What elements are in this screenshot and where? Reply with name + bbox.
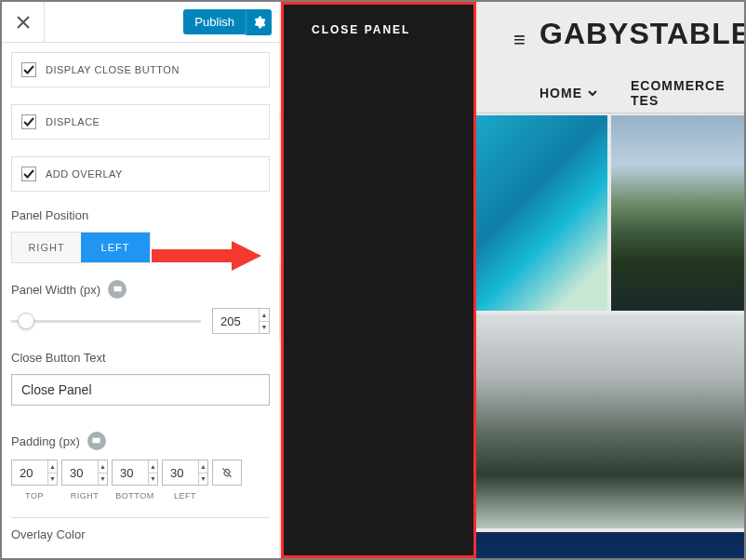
site-title: GABYSTABLE [540, 17, 744, 51]
panel-width-input-wrap: ▲▼ [212, 308, 270, 334]
padding-controls: ▲▼ TOP ▲▼ RIGHT ▲▼ BOTTOM ▲▼ LEFT [11, 460, 270, 500]
chevron-down-icon [588, 88, 597, 98]
padding-left-label: LEFT [174, 491, 196, 500]
padding-label-text: Padding (px) [11, 434, 80, 448]
padding-top-col: ▲▼ TOP [11, 460, 58, 500]
option-add-overlay[interactable]: ADD OVERLAY [11, 156, 270, 192]
desktop-icon [91, 436, 101, 447]
panel-width-label: Panel Width (px) [11, 280, 270, 299]
panel-width-stepper: ▲▼ [259, 309, 269, 333]
checkbox-displace[interactable] [21, 114, 36, 129]
checkbox-add-overlay[interactable] [21, 167, 36, 181]
checkbox-display-close-button[interactable] [21, 62, 36, 77]
padding-left-col: ▲▼ LEFT [162, 460, 208, 500]
padding-right-label: RIGHT [71, 491, 100, 500]
panel-width-control: ▲▼ [11, 308, 270, 334]
gallery-tile [474, 314, 744, 528]
publish-settings-button[interactable] [246, 9, 272, 35]
gallery-tile [474, 115, 607, 311]
nav-ecommerce[interactable]: ECOMMERCE TES [631, 78, 744, 108]
option-label: ADD OVERLAY [46, 168, 123, 180]
padding-left-input[interactable] [163, 460, 198, 485]
step-up[interactable]: ▲ [260, 309, 269, 322]
padding-link-toggle[interactable] [212, 460, 242, 486]
checkmark-icon [23, 116, 34, 127]
nav-home[interactable]: HOME [540, 86, 597, 100]
gallery-tile [474, 532, 744, 558]
overlay-color-label: Overlay Color [11, 527, 270, 541]
option-displace[interactable]: DISPLACE [11, 104, 270, 140]
panel-width-input[interactable] [213, 309, 259, 333]
responsive-icon[interactable] [87, 432, 106, 450]
step-up[interactable]: ▲ [199, 460, 207, 473]
divider [11, 517, 270, 518]
padding-bottom-label: BOTTOM [115, 491, 153, 500]
hamburger-icon[interactable]: ≡ [513, 28, 526, 52]
step-up[interactable]: ▲ [48, 460, 57, 473]
desktop-icon [113, 285, 123, 295]
close-customizer-button[interactable] [2, 2, 45, 42]
step-down[interactable]: ▼ [48, 473, 57, 486]
padding-label: Padding (px) [11, 432, 270, 450]
gear-icon [253, 16, 266, 29]
panel-position-label: Panel Position [11, 208, 270, 222]
close-button-text-input[interactable] [11, 374, 270, 406]
nav-home-label: HOME [540, 86, 582, 100]
panel-position-right[interactable]: RIGHT [12, 233, 81, 262]
panel-position-toggle: RIGHT LEFT [11, 232, 151, 263]
padding-top-label: TOP [25, 491, 44, 500]
publish-group: Publish [183, 2, 279, 42]
unlink-icon [220, 466, 233, 479]
option-display-close-button[interactable]: DISPLAY CLOSE BUTTON [11, 52, 270, 87]
checkmark-icon [23, 168, 34, 180]
padding-right-col: ▲▼ RIGHT [61, 460, 108, 500]
panel-close-button[interactable]: CLOSE PANEL [284, 5, 473, 36]
customizer-body: DISPLAY CLOSE BUTTON DISPLACE ADD OVERLA… [2, 43, 279, 558]
padding-bottom-input[interactable] [113, 460, 148, 485]
customizer-sidebar: Publish DISPLAY CLOSE BUTTON DISPLACE AD… [2, 2, 279, 558]
padding-top-input[interactable] [12, 460, 47, 485]
step-down[interactable]: ▼ [260, 322, 269, 334]
gallery [474, 115, 744, 558]
close-button-text-label: Close Button Text [11, 351, 270, 365]
slide-panel-highlight: CLOSE PANEL [281, 2, 476, 558]
step-up[interactable]: ▲ [99, 460, 107, 473]
step-up[interactable]: ▲ [149, 460, 157, 473]
checkmark-icon [23, 64, 34, 75]
option-label: DISPLACE [46, 116, 100, 127]
panel-position-left[interactable]: LEFT [81, 233, 150, 262]
site-nav: HOME ECOMMERCE TES [540, 78, 744, 108]
step-down[interactable]: ▼ [149, 473, 157, 486]
slider-thumb[interactable] [18, 313, 34, 329]
panel-width-label-text: Panel Width (px) [11, 283, 100, 297]
responsive-icon[interactable] [108, 280, 127, 299]
padding-right-input[interactable] [62, 460, 98, 485]
publish-button[interactable]: Publish [183, 9, 246, 34]
close-icon [17, 16, 30, 29]
gallery-tile [611, 115, 744, 311]
customizer-header: Publish [2, 2, 279, 43]
padding-bottom-col: ▲▼ BOTTOM [112, 460, 158, 500]
step-down[interactable]: ▼ [99, 473, 107, 486]
option-label: DISPLAY CLOSE BUTTON [46, 64, 180, 75]
panel-width-slider[interactable] [11, 320, 201, 323]
step-down[interactable]: ▼ [199, 473, 207, 486]
